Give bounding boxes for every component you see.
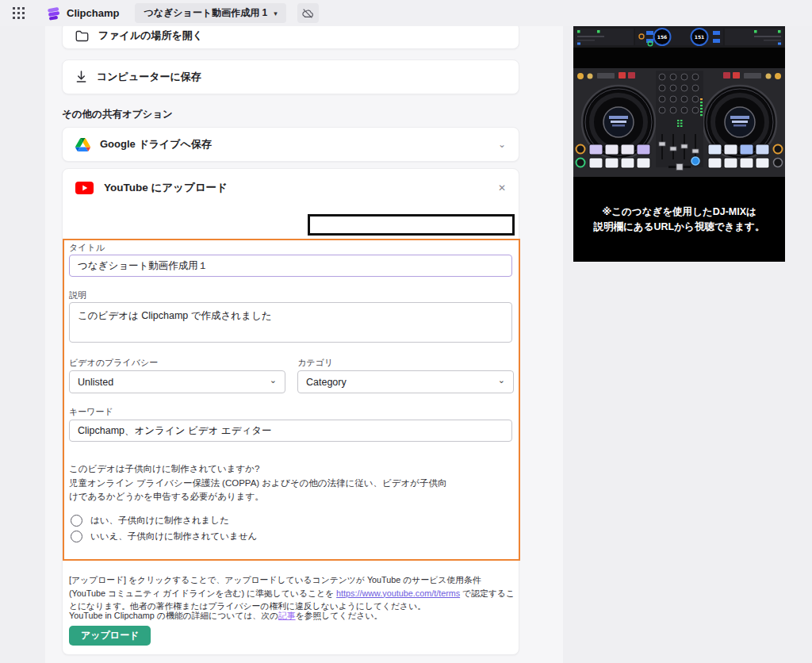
category-label: カテゴリ [297, 357, 333, 369]
radio-no-label: いいえ、子供向けに制作されていません [90, 531, 257, 542]
top-app-bar: Clipchamp つなぎショート動画作成用 1 ▾ [0, 0, 812, 26]
download-icon [75, 71, 87, 83]
caret-down-icon: ▾ [274, 10, 278, 17]
video-preview[interactable]: 156 151 [573, 26, 785, 262]
app-launcher-icon[interactable] [13, 7, 25, 19]
description-label: 説明 [69, 289, 86, 301]
title-input[interactable] [69, 255, 512, 277]
title-label: タイトル [69, 242, 105, 254]
card-save-to-computer[interactable]: コンピューターに保存 [62, 59, 519, 94]
article-link[interactable]: 記事 [278, 611, 296, 620]
video-caption: ※このつなぎを使用したDJ-MIXは 説明欄にあるURLから視聴できます。 [573, 177, 785, 262]
google-drive-icon [75, 138, 90, 151]
project-title: つなぎショート動画作成用 1 [144, 6, 267, 20]
legal-text: [アップロード] をクリックすることで、アップロードしているコンテンツが You… [69, 573, 515, 613]
svg-text:156: 156 [657, 34, 668, 40]
video-caption-line2: 説明欄にあるURLから視聴できます。 [594, 220, 765, 235]
category-select[interactable]: Category ⌄ [297, 370, 514, 393]
clipchamp-export-screen: Clipchamp つなぎショート動画作成用 1 ▾ ファイルの場所を開く [0, 0, 812, 663]
redacted-account-box [308, 214, 515, 236]
article-text: YouTube in Clipchamp の機能の詳細については、次の記事を参照… [69, 609, 515, 623]
article-before: YouTube in Clipchamp の機能の詳細については、次の [69, 611, 278, 620]
radio-yes-circle[interactable] [71, 515, 82, 527]
keywords-input[interactable] [69, 420, 512, 442]
upload-button[interactable]: アップロード [69, 626, 151, 646]
description-textarea[interactable]: このビデオは Clipchamp で作成されました [69, 302, 512, 343]
youtube-upload-heading: YouTube にアップロード [104, 181, 228, 195]
category-value: Category [306, 377, 347, 388]
folder-icon [75, 30, 89, 42]
terms-link[interactable]: https://www.youtube.com/t/terms [336, 588, 460, 598]
dj-controller-frame: 156 151 [573, 26, 785, 177]
project-title-menu[interactable]: つなぎショート動画作成用 1 ▾ [135, 3, 285, 23]
card-open-file-location[interactable]: ファイルの場所を開く [62, 22, 519, 49]
app-name: Clipchamp [67, 7, 119, 19]
chevron-down-icon: ⌄ [270, 376, 277, 385]
chevron-down-icon: ⌄ [498, 376, 505, 385]
privacy-value: Unlisted [78, 377, 113, 388]
card-google-drive[interactable]: Google ドライブへ保存 ⌄ [62, 127, 519, 162]
privacy-label: ビデオのプライバシー [69, 357, 158, 369]
google-drive-label: Google ドライブへ保存 [100, 137, 212, 151]
radio-option-yes[interactable]: はい、子供向けに制作されました [71, 515, 229, 527]
radio-yes-label: はい、子供向けに制作されました [90, 515, 229, 527]
close-icon[interactable]: ✕ [498, 182, 506, 194]
chevron-down-icon[interactable]: ⌄ [498, 139, 506, 150]
cloud-sync-off-button[interactable] [297, 3, 319, 23]
article-after: を参照してください。 [296, 611, 383, 620]
other-share-options-heading: その他の共有オプション [62, 108, 173, 121]
kids-question: このビデオは子供向けに制作されていますか? [69, 462, 259, 476]
radio-option-no[interactable]: いいえ、子供向けに制作されていません [71, 531, 257, 542]
radio-no-circle[interactable] [71, 531, 82, 542]
youtube-icon [75, 182, 94, 194]
svg-text:151: 151 [695, 34, 705, 40]
privacy-select[interactable]: Unlisted ⌄ [69, 370, 285, 393]
save-to-computer-label: コンピューターに保存 [97, 70, 201, 84]
open-file-location-label: ファイルの場所を開く [98, 29, 203, 43]
video-caption-line1: ※このつなぎを使用したDJ-MIXは [602, 205, 756, 220]
clipchamp-brand: Clipchamp [47, 6, 119, 21]
clipchamp-logo-icon [47, 6, 61, 21]
cloud-off-icon [301, 7, 314, 20]
kids-description: 児童オンライン プライバシー保護法 (COPPA) およびその他の法律に従い、ビ… [69, 477, 455, 504]
keywords-label: キーワード [69, 406, 113, 418]
